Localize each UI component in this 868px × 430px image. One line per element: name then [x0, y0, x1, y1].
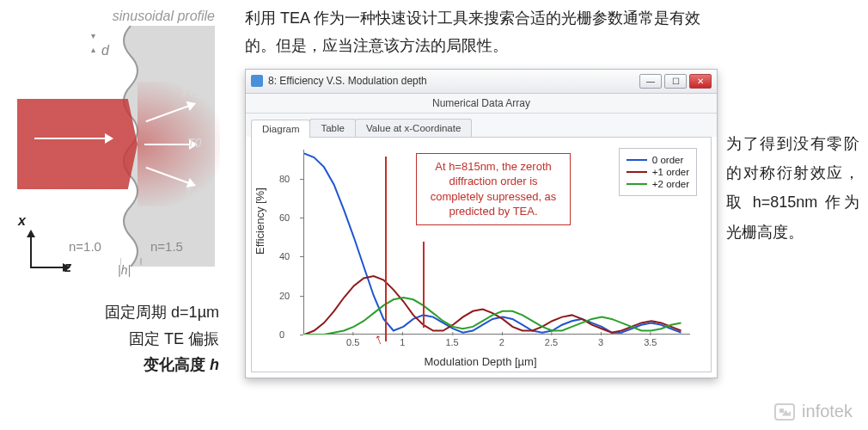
- watermark-icon: [774, 403, 795, 421]
- y-tick: 20: [279, 291, 290, 301]
- order-plus1-label: T+1: [180, 86, 202, 100]
- plot-window: 8: Efficiency V.S. Modulation depth — ☐ …: [245, 69, 718, 378]
- x-tick: 1.5: [445, 337, 458, 347]
- incident-beam: [17, 99, 138, 189]
- tab-diagram[interactable]: Diagram: [251, 120, 310, 138]
- x-tick: 1: [400, 337, 405, 347]
- watermark: infotek: [774, 402, 853, 421]
- axis-z-label: z: [64, 260, 71, 275]
- window-maximize-button[interactable]: ☐: [664, 74, 687, 89]
- y-axis-label: Efficiency [%]: [254, 187, 266, 255]
- coordinate-axes: x z: [21, 225, 73, 268]
- window-minimize-button[interactable]: —: [639, 74, 662, 89]
- diagram-caption: 固定周期 d=1µm 固定 TE 偏振 变化高度 h: [17, 299, 228, 378]
- window-subtitle: Numerical Data Array: [246, 94, 717, 114]
- y-tick: 60: [279, 212, 290, 223]
- sinusoidal-profile-label: sinusoidal profile: [113, 9, 215, 24]
- legend-entry-2: +2 order: [652, 179, 689, 189]
- caption-line-1: 固定周期 d=1µm: [17, 299, 219, 326]
- x-tick: 0.5: [346, 337, 359, 347]
- x-tick: 2: [499, 337, 504, 347]
- watermark-text: infotek: [802, 402, 853, 421]
- x-tick: 3.5: [644, 337, 657, 347]
- tab-value-at-x[interactable]: Value at x-Coordinate: [355, 119, 472, 137]
- x-tick: 3: [598, 337, 603, 347]
- caption-line-2: 固定 TE 偏振: [17, 326, 219, 353]
- chart-legend: 0 order +1 order +2 order: [619, 148, 697, 196]
- top-paragraph: 利用 TEA 作为一种快速设计工具来搜索合适的光栅参数通常是有效的。但是，应当注…: [245, 4, 718, 60]
- series-+1-order: [304, 276, 682, 335]
- x-axis-label: Modulation Depth [µm]: [257, 355, 704, 368]
- right-paragraph: 为了得到没有零阶的对称衍射效应，取 h=815nm 作为光栅高度。: [726, 129, 859, 247]
- axis-x-label: x: [18, 213, 26, 229]
- y-tick: 40: [279, 251, 290, 261]
- y-tick: 0: [279, 329, 284, 340]
- order-zero-label: T0: [187, 136, 201, 150]
- callout-box: At h=815nm, the zeroth diffraction order…: [416, 153, 571, 225]
- n-right-label: n=1.5: [150, 239, 183, 254]
- window-close-button[interactable]: ✕: [689, 74, 712, 89]
- x-tick: 2.5: [545, 337, 558, 347]
- h-label: |h|: [118, 263, 131, 277]
- period-d-label: d: [101, 43, 109, 58]
- legend-entry-0: 0 order: [652, 155, 683, 165]
- callout-vertical-line: [385, 157, 387, 341]
- window-title: 8: Efficiency V.S. Modulation depth: [268, 75, 427, 87]
- efficiency-vs-depth-chart: Efficiency [%] Modulation Depth [µm] ↑ A…: [257, 143, 704, 366]
- window-app-icon: [251, 75, 263, 87]
- grating-diagram: sinusoidal profile ▾▴ d T+1 T0 T-1 n=1.0…: [17, 9, 215, 284]
- window-titlebar[interactable]: 8: Efficiency V.S. Modulation depth — ☐ …: [246, 70, 717, 94]
- order-minus1-label: T-1: [185, 186, 202, 200]
- y-tick: 80: [279, 174, 290, 184]
- period-arrows: ▾▴: [91, 33, 95, 53]
- window-tabs: Diagram Table Value at x-Coordinate: [246, 114, 717, 137]
- callout-leader-line: [423, 242, 425, 328]
- caption-line-3: 变化高度 h: [17, 352, 219, 378]
- legend-entry-1: +1 order: [652, 167, 689, 177]
- n-left-label: n=1.0: [69, 239, 101, 254]
- incident-arrow: [34, 138, 112, 139]
- tab-table[interactable]: Table: [309, 119, 356, 137]
